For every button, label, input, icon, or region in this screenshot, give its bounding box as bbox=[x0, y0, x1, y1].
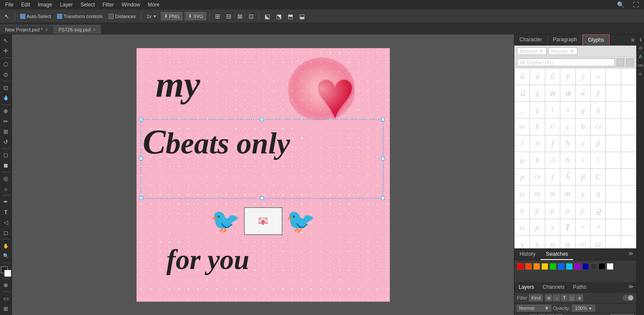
glyph-cell[interactable]: ℓ bbox=[515, 135, 529, 152]
css-icon[interactable]: css bbox=[637, 62, 644, 69]
tab-channels[interactable]: Channels bbox=[538, 282, 569, 292]
glyph-cell[interactable]: ao bbox=[515, 119, 529, 135]
adjustments-icon[interactable]: A bbox=[637, 53, 644, 60]
swatch-dark[interactable] bbox=[590, 263, 597, 270]
swatch-red[interactable] bbox=[517, 263, 524, 270]
glyph-cell[interactable]: b bbox=[576, 119, 590, 135]
font-selector[interactable]: Balerina ▼ bbox=[517, 47, 547, 55]
menu-file[interactable]: File bbox=[2, 1, 17, 9]
glyph-cell[interactable]: β bbox=[576, 169, 590, 185]
filter-pixel-icon[interactable]: ⊞ bbox=[545, 294, 552, 301]
blend-mode-select[interactable]: Normal ▼ bbox=[517, 305, 551, 312]
glyph-cell[interactable] bbox=[606, 236, 620, 248]
swatch-blue[interactable] bbox=[558, 263, 565, 270]
sel-handle-tc[interactable] bbox=[260, 118, 264, 121]
distribute-button[interactable]: ⬕ bbox=[263, 12, 272, 21]
glyph-cell[interactable] bbox=[621, 236, 636, 248]
tab-swatches[interactable]: Swatches bbox=[541, 249, 573, 260]
glyph-cell[interactable]: y bbox=[515, 236, 529, 248]
eyedrop-tool[interactable]: 💧 bbox=[1, 93, 11, 103]
glyph-cell[interactable]: ℓ bbox=[545, 169, 560, 185]
glyph-cell[interactable] bbox=[621, 202, 636, 219]
info-icon[interactable]: ℹ bbox=[637, 36, 644, 43]
tab-glyphs[interactable]: Glyphs bbox=[583, 34, 610, 45]
text-tool[interactable]: T bbox=[1, 208, 11, 217]
menu-filter[interactable]: Filter bbox=[99, 1, 118, 9]
glyph-cell[interactable]: ű bbox=[515, 68, 529, 85]
swatch-dark-blue[interactable] bbox=[582, 263, 589, 270]
scale-selector[interactable]: 1x ▼ bbox=[145, 13, 158, 20]
distribute-v-button[interactable]: ⬔ bbox=[274, 12, 283, 21]
glyph-cell[interactable]: ÿ bbox=[560, 68, 575, 85]
dodge-tool[interactable]: ☼ bbox=[1, 184, 11, 193]
glyph-cell[interactable]: dô bbox=[530, 135, 544, 152]
filter-adjustment-icon[interactable]: ☼ bbox=[553, 294, 560, 301]
hand-tool[interactable]: ✋ bbox=[1, 241, 11, 251]
glyph-cell[interactable]: ĥ bbox=[560, 169, 575, 185]
layers-panel-menu[interactable]: ≫ bbox=[626, 282, 636, 292]
glyph-cell[interactable]: ġ bbox=[530, 85, 544, 101]
sel-handle-bc[interactable] bbox=[260, 196, 264, 200]
swatch-orange[interactable] bbox=[533, 263, 540, 270]
glyph-cell[interactable]: ç bbox=[530, 102, 544, 118]
align-stretch-button[interactable]: ⊡ bbox=[247, 12, 255, 21]
lasso-tool[interactable]: ⬡ bbox=[1, 60, 11, 69]
glyph-cell[interactable] bbox=[621, 219, 636, 235]
tab-layers[interactable]: Layers bbox=[514, 282, 538, 292]
glyph-cell[interactable]: u bbox=[560, 236, 575, 248]
glyph-cell[interactable]: η bbox=[591, 186, 605, 202]
svg-button[interactable]: ⬇ SVG bbox=[185, 12, 206, 20]
fill-tool[interactable]: ◼ bbox=[1, 161, 11, 170]
glyph-cell[interactable]: c bbox=[560, 119, 575, 135]
canvas-image[interactable]: ♥ my Cbeats only 🐦 ✉ ♥ 🐦 bbox=[137, 48, 390, 302]
glyph-cell[interactable] bbox=[606, 186, 620, 202]
glyph-cell[interactable] bbox=[621, 68, 636, 85]
tab-history[interactable]: History bbox=[514, 249, 541, 260]
glyph-cell[interactable]: ρ bbox=[576, 202, 590, 219]
auto-select-checkbox[interactable]: Auto-Select bbox=[18, 13, 53, 20]
glyph-cell[interactable]: ε bbox=[576, 135, 590, 152]
search-icon[interactable]: 🔍 bbox=[614, 0, 628, 9]
glyph-cell[interactable]: ü bbox=[530, 68, 544, 85]
sel-handle-bl[interactable] bbox=[140, 196, 143, 200]
glyph-cell[interactable]: C bbox=[591, 169, 605, 185]
glyph-cell[interactable]: ℱ bbox=[576, 219, 590, 235]
canvas-area[interactable]: ♥ my Cbeats only 🐦 ✉ ♥ 🐦 bbox=[12, 34, 514, 315]
glyph-cell[interactable]: ŷ bbox=[591, 85, 605, 101]
glyph-cell[interactable]: f bbox=[545, 135, 560, 152]
transform-controls-checkbox[interactable]: Transform controls bbox=[55, 13, 104, 20]
zoom-tool[interactable]: 🔍 bbox=[1, 251, 11, 261]
glyph-cell[interactable]: β bbox=[591, 135, 605, 152]
menu-window[interactable]: Window bbox=[118, 1, 143, 9]
glyph-minus-btn[interactable]: − bbox=[617, 58, 624, 66]
glyph-cell[interactable]: C bbox=[545, 119, 560, 135]
tab-ps726[interactable]: PS726-svg.psd × bbox=[53, 25, 101, 34]
glyph-cell[interactable] bbox=[621, 135, 636, 152]
fullscreen-icon[interactable]: ⛶ bbox=[629, 0, 642, 9]
tab-close-new-project[interactable]: × bbox=[45, 28, 48, 32]
sel-handle-br[interactable] bbox=[381, 196, 385, 200]
tab-close-ps726[interactable]: × bbox=[93, 28, 96, 32]
glyph-cell[interactable] bbox=[621, 85, 636, 101]
glyph-cell[interactable]: φ bbox=[515, 152, 529, 168]
menu-image[interactable]: Image bbox=[34, 1, 55, 9]
sel-handle-tl[interactable] bbox=[140, 118, 143, 121]
glyph-cell[interactable]: g bbox=[576, 102, 590, 118]
style-selector[interactable]: Regular ▼ bbox=[548, 47, 577, 55]
filter-shape-icon[interactable]: ◻ bbox=[568, 294, 575, 301]
glyph-cell[interactable] bbox=[621, 119, 636, 135]
glyph-cell[interactable]: T bbox=[560, 219, 575, 235]
glyph-plus-btn[interactable]: + bbox=[626, 58, 634, 66]
shape-tool[interactable]: ◻ bbox=[1, 228, 11, 237]
glyph-cell[interactable]: ǔ bbox=[515, 85, 529, 101]
swatch-orange-red[interactable] bbox=[525, 263, 532, 270]
tab-new-project[interactable]: New Project.psd * × bbox=[0, 25, 53, 34]
layers-icon[interactable]: ≡ bbox=[637, 70, 644, 77]
glyph-cell[interactable]: ρ bbox=[530, 219, 544, 235]
glyph-cell[interactable]: tt bbox=[560, 102, 575, 118]
align-center-h-button[interactable]: ⊟ bbox=[225, 12, 233, 21]
background-color[interactable] bbox=[4, 270, 11, 277]
panel-options-icon[interactable]: ≫ bbox=[626, 249, 636, 260]
glyph-cell[interactable] bbox=[606, 102, 620, 118]
glyphs-filter-selector[interactable]: All Glyphs (201) bbox=[517, 58, 615, 66]
